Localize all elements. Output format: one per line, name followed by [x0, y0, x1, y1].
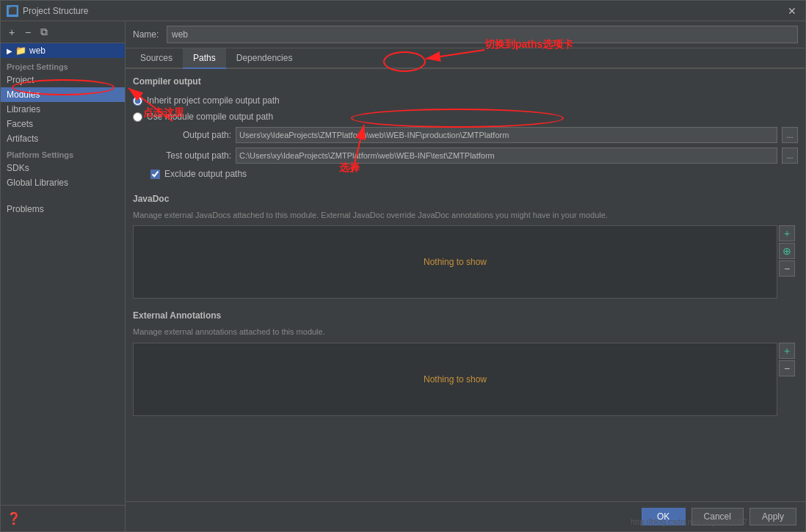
content-area: + − ⧉ ▶ 📁 web Project Settings Project M…: [1, 21, 805, 531]
main-panel: Name: Sources Paths Dependencies C: [126, 21, 805, 531]
javadoc-description: Manage external JavaDocs attached to thi…: [133, 210, 798, 221]
artifacts-label: Artifacts: [7, 134, 38, 144]
javadoc-add-button[interactable]: +: [779, 225, 795, 241]
project-label: Project: [7, 75, 34, 85]
add-button[interactable]: +: [5, 26, 18, 39]
javadoc-add-from-button[interactable]: ⊕: [779, 243, 795, 259]
window-title: Project Structure: [23, 6, 785, 16]
output-path-row: Output path: ...: [133, 125, 798, 145]
compiler-output-section: Compiler output Inherit project compile …: [133, 76, 798, 182]
test-output-path-input[interactable]: [236, 147, 777, 164]
sidebar-item-sdks[interactable]: SDKs: [1, 161, 125, 175]
output-path-input[interactable]: [236, 127, 777, 143]
ext-annotations-panel: Nothing to show: [133, 343, 777, 416]
javadoc-nothing-text: Nothing to show: [424, 257, 487, 267]
use-module-label[interactable]: Use module compile output path: [147, 112, 273, 122]
title-bar: ⬛ Project Structure ✕: [1, 1, 805, 21]
ext-annotations-panel-wrapper: Nothing to show + −: [133, 343, 777, 416]
project-settings-header: Project Settings: [1, 58, 125, 73]
module-icon: 📁: [15, 45, 26, 56]
help-icon[interactable]: ❓: [7, 512, 21, 525]
tab-sources[interactable]: Sources: [130, 48, 183, 69]
ext-annotations-add-button[interactable]: +: [779, 343, 795, 359]
sidebar-item-modules[interactable]: Modules: [1, 87, 125, 102]
use-module-radio-row: Use module compile output path: [133, 109, 798, 125]
close-button[interactable]: ✕: [785, 5, 799, 17]
apply-button[interactable]: Apply: [749, 508, 796, 525]
global-libraries-label: Global Libraries: [7, 178, 68, 188]
ext-annotations-panel-buttons: + −: [779, 343, 795, 376]
sdks-label: SDKs: [7, 163, 29, 173]
sidebar-item-libraries[interactable]: Libraries: [1, 102, 125, 117]
sidebar: + − ⧉ ▶ 📁 web Project Settings Project M…: [1, 21, 126, 531]
javadoc-panel: Nothing to show: [133, 225, 777, 299]
test-output-path-label: Test output path:: [150, 150, 231, 161]
sidebar-item-artifacts[interactable]: Artifacts: [1, 131, 125, 146]
javadoc-panel-buttons: + ⊕ −: [779, 225, 795, 277]
tabs-row: Sources Paths Dependencies: [126, 48, 805, 69]
problems-label: Problems: [7, 204, 44, 214]
javadoc-panel-wrapper: Nothing to show + ⊕ −: [133, 225, 777, 299]
name-row: Name:: [126, 21, 805, 48]
platform-settings-header: Platform Settings: [1, 146, 125, 161]
exclude-output-paths-row: Exclude output paths: [133, 166, 798, 182]
javadoc-section: JavaDoc Manage external JavaDocs attache…: [133, 194, 798, 299]
module-tree-item[interactable]: ▶ 📁 web: [1, 43, 125, 58]
copy-button[interactable]: ⧉: [37, 26, 51, 39]
javadoc-title: JavaDoc: [133, 194, 798, 204]
sidebar-item-project[interactable]: Project: [1, 73, 125, 87]
use-module-radio[interactable]: [133, 112, 142, 122]
modules-label: Modules: [7, 90, 40, 100]
output-path-browse-button[interactable]: ...: [782, 127, 798, 143]
project-structure-window: ⬛ Project Structure ✕ + − ⧉ ▶ 📁 web Proj…: [0, 0, 806, 532]
inherit-label[interactable]: Inherit project compile output path: [147, 95, 280, 106]
sidebar-tree: Project Settings Project Modules Librari…: [1, 58, 125, 505]
inherit-radio-row: Inherit project compile output path: [133, 92, 798, 109]
ext-annotations-nothing-text: Nothing to show: [424, 374, 487, 385]
tab-dependencies[interactable]: Dependencies: [226, 48, 303, 69]
exclude-checkbox[interactable]: [150, 170, 160, 179]
name-label: Name:: [133, 29, 162, 40]
sidebar-item-problems[interactable]: Problems: [1, 202, 125, 216]
external-annotations-title: External Annotations: [133, 310, 798, 321]
test-output-path-row: Test output path: ...: [133, 145, 798, 166]
name-input[interactable]: [167, 26, 798, 43]
window-icon: ⬛: [7, 5, 18, 17]
inherit-radio[interactable]: [133, 96, 142, 106]
ext-annotations-remove-button[interactable]: −: [779, 360, 795, 376]
sidebar-item-global-libraries[interactable]: Global Libraries: [1, 175, 125, 190]
footer: OK Cancel Apply: [126, 501, 805, 531]
exclude-label: Exclude output paths: [164, 169, 247, 179]
external-annotations-description: Manage external annotations attached to …: [133, 327, 798, 338]
javadoc-remove-button[interactable]: −: [779, 260, 795, 277]
panel-content: Compiler output Inherit project compile …: [126, 69, 805, 501]
external-annotations-section: External Annotations Manage external ann…: [133, 310, 798, 415]
module-name: web: [29, 45, 46, 56]
compiler-output-title: Compiler output: [133, 76, 798, 87]
tab-paths[interactable]: Paths: [183, 48, 226, 69]
libraries-label: Libraries: [7, 104, 40, 114]
test-output-path-browse-button[interactable]: ...: [782, 147, 798, 164]
sidebar-toolbar: + − ⧉: [1, 21, 125, 43]
output-path-label: Output path:: [150, 130, 231, 140]
watermark: http://blog.csdn.net/xinghuo0007: [631, 517, 747, 526]
facets-label: Facets: [7, 119, 33, 129]
sidebar-item-facets[interactable]: Facets: [1, 117, 125, 131]
remove-button[interactable]: −: [21, 26, 35, 39]
expand-arrow: ▶: [7, 47, 12, 55]
